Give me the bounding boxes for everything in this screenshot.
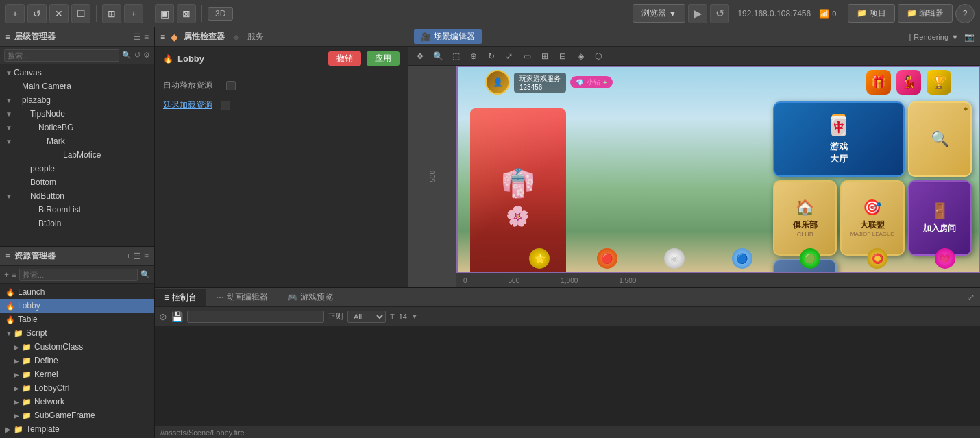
assets-search-input[interactable] <box>19 269 138 281</box>
bottom-icon-2[interactable]: 🔴 <box>597 248 617 269</box>
play-button[interactable]: ▶ <box>688 4 707 23</box>
bottom-icon-4[interactable]: 🔵 <box>732 248 752 269</box>
tool-zoom[interactable]: 🔍 <box>430 49 445 64</box>
browser-button[interactable]: 浏览器 ▼ <box>633 4 686 23</box>
tool-anchor[interactable]: ⊕ <box>466 49 481 64</box>
tree-item-plazabg[interactable]: ▼ plazabg <box>0 93 154 107</box>
assets-expand-icon[interactable]: ≡ <box>144 252 149 261</box>
club-card[interactable]: 🏠 俱乐部 CLUB <box>773 180 837 256</box>
asset-script-folder[interactable]: ▼ 📁 Script <box>0 326 154 340</box>
tree-item-labmotice[interactable]: LabMotice <box>0 148 154 162</box>
refresh-scene-button[interactable]: ↺ <box>710 4 729 23</box>
add-button[interactable]: + <box>5 4 25 23</box>
bottom-icon-7[interactable]: 💗 <box>935 248 955 269</box>
asset-network[interactable]: ▶ 📁 Network <box>0 395 154 409</box>
tree-item-bottom[interactable]: Bottom <box>0 175 154 189</box>
join-room-card[interactable]: 🚪 加入房间 <box>908 180 972 256</box>
game-hall-card[interactable]: 🀄 游戏 大厅 <box>773 101 905 177</box>
tool-grid[interactable]: ⊟ <box>555 49 570 64</box>
assets-list-icon[interactable]: ☰ <box>134 252 141 261</box>
tab-preview[interactable]: 🎮 游戏预览 <box>278 289 343 306</box>
grid-button[interactable]: ⊞ <box>102 4 121 23</box>
tool-select[interactable]: ⬚ <box>448 49 463 64</box>
asset-script-label: Script <box>26 328 47 338</box>
save-console-icon[interactable]: 💾 <box>171 311 183 322</box>
tree-item-mark[interactable]: ▼ Mark <box>0 134 154 148</box>
auto-release-checkbox[interactable] <box>226 81 236 90</box>
tool-scale[interactable]: ⤢ <box>502 49 517 64</box>
hierarchy-expand-icon[interactable]: ≡ <box>144 32 149 42</box>
bottom-icon-1[interactable]: ⭐ <box>529 248 550 269</box>
assets-add-icon[interactable]: + <box>126 252 131 261</box>
tree-item-btjoin[interactable]: BtJoin <box>0 217 154 230</box>
camera-switch-icon[interactable]: 📷 <box>964 32 975 42</box>
assets-search-icon[interactable]: 🔍 <box>140 270 150 279</box>
apply-button[interactable]: 应用 <box>367 51 400 66</box>
layout-button[interactable]: ⊠ <box>177 4 196 23</box>
clear-console-icon[interactable]: ⊘ <box>159 311 167 322</box>
rank-icon-btn[interactable]: 🏆 <box>927 70 951 95</box>
window-button[interactable]: ☐ <box>71 4 90 23</box>
girl-icon-btn[interactable]: 💃 <box>896 70 921 95</box>
asset-define[interactable]: ▶ 📁 Define <box>0 354 154 367</box>
help-button[interactable]: ? <box>955 4 975 23</box>
bottom-icon-6[interactable]: ⭕ <box>867 248 887 269</box>
tree-item-canvas[interactable]: ▼ Canvas <box>0 66 154 80</box>
plus-button[interactable]: + <box>124 4 143 23</box>
3d-button[interactable]: 3D <box>208 7 233 21</box>
expand-bottom-btn[interactable]: ⤢ <box>962 293 980 302</box>
tool-move[interactable]: ✥ <box>413 49 428 64</box>
tree-item-tipsnode[interactable]: ▼ TipsNode <box>0 107 154 121</box>
tab-console[interactable]: ≡ 控制台 <box>155 289 206 306</box>
asset-table[interactable]: 🔥 Table <box>0 313 154 326</box>
tree-item-btroomlist[interactable]: BtRoomList <box>0 203 154 217</box>
refresh-hierarchy-icon[interactable]: ↺ <box>134 51 140 60</box>
tab-animation[interactable]: ⋯ 动画编辑器 <box>206 289 278 306</box>
card-small-1[interactable]: 🔍 ◆ <box>908 101 972 177</box>
tree-item-people[interactable]: people <box>0 162 154 175</box>
tree-item-main-camera[interactable]: Main Camera <box>0 80 154 93</box>
delay-load-link[interactable]: 延迟加载资源 <box>163 99 212 111</box>
asset-subgameframe[interactable]: ▶ 📁 SubGameFrame <box>0 409 154 422</box>
tool-extra2[interactable]: ⬡ <box>591 49 606 64</box>
settings-icon[interactable]: ⚙ <box>143 51 150 60</box>
add-currency-icon[interactable]: + <box>603 79 607 86</box>
console-toolbar: ⊘ 💾 正则 All Error Warn Info T 14 ▼ <box>155 307 980 326</box>
assets-add-btn[interactable]: + <box>4 270 9 280</box>
asset-kernel[interactable]: ▶ 📁 Kernel <box>0 367 154 381</box>
project-button[interactable]: 📁 项目 <box>848 4 894 23</box>
delay-load-checkbox[interactable] <box>221 101 230 110</box>
rendering-dropdown-icon[interactable]: ▼ <box>951 33 959 41</box>
left-ruler: 500 <box>408 66 456 287</box>
editor-button[interactable]: 📁 编辑器 <box>898 4 953 23</box>
scene-canvas[interactable]: 500 👤 玩家游戏服务 123456 <box>408 66 980 287</box>
assets-sort-btn[interactable]: ≡ <box>12 270 16 280</box>
game-hall-icon: 🀄 <box>826 114 850 136</box>
close-button[interactable]: ✕ <box>49 4 69 23</box>
revert-button[interactable]: 撤销 <box>328 51 361 66</box>
view-button[interactable]: ▣ <box>155 4 174 23</box>
league-card[interactable]: 🎯 大联盟 MAJIOP LEAGUE <box>840 180 904 256</box>
tree-item-noticebg[interactable]: ▼ NoticeBG <box>0 121 154 134</box>
refresh-button[interactable]: ↺ <box>27 4 47 23</box>
asset-template[interactable]: ▶ 📁 Template <box>0 422 154 436</box>
tool-align[interactable]: ⊞ <box>537 49 552 64</box>
asset-lobbyctrl[interactable]: ▶ 📁 LobbyCtrl <box>0 381 154 395</box>
tool-extra1[interactable]: ◈ <box>573 49 588 64</box>
tool-rotate[interactable]: ↻ <box>484 49 499 64</box>
bottom-icon-5[interactable]: 🟢 <box>800 248 820 269</box>
font-size-dropdown-icon[interactable]: ▼ <box>411 313 418 320</box>
asset-lobby[interactable]: 🔥 Lobby <box>0 299 154 313</box>
log-level-select[interactable]: All Error Warn Info <box>347 311 386 323</box>
join-room-label: 加入房间 <box>923 223 956 234</box>
shop-icon-btn[interactable]: 🎁 <box>866 70 891 95</box>
asset-launch[interactable]: 🔥 Launch <box>0 285 154 299</box>
hierarchy-search-input[interactable] <box>4 49 119 62</box>
asset-customclass[interactable]: ▶ 📁 CustomClass <box>0 340 154 354</box>
bottom-icon-3[interactable]: ◉ <box>664 248 685 269</box>
search-icon[interactable]: 🔍 <box>122 51 132 60</box>
console-filter-input[interactable] <box>187 311 324 323</box>
tool-rect[interactable]: ▭ <box>519 49 535 64</box>
hierarchy-menu-icon[interactable]: ☰ <box>134 32 141 42</box>
tree-item-ndbutton[interactable]: ▼ NdButton <box>0 189 154 203</box>
